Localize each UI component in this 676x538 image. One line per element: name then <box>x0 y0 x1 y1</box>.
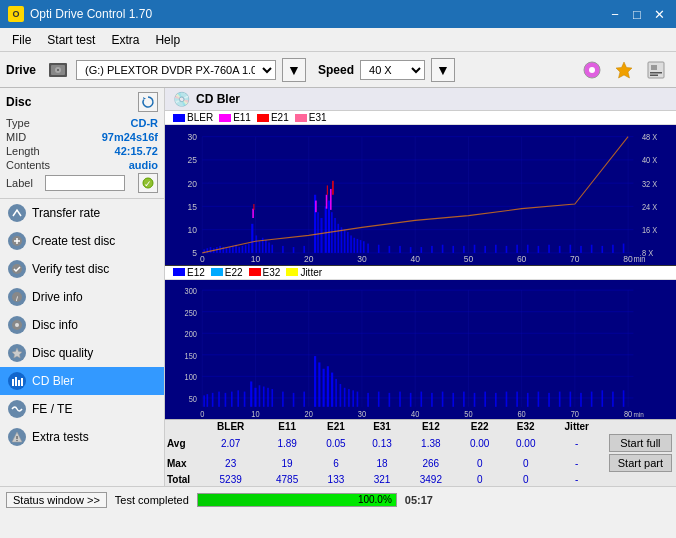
titlebar-title: Opti Drive Control 1.70 <box>30 7 152 21</box>
status-window-button[interactable]: Status window >> <box>6 492 107 508</box>
svg-rect-185 <box>271 389 273 407</box>
svg-rect-86 <box>265 240 267 253</box>
drive-refresh-button[interactable]: ▼ <box>282 58 306 82</box>
titlebar-controls: − □ ✕ <box>606 6 668 22</box>
toolbar-icon-3[interactable] <box>642 56 670 84</box>
col-e11: E11 <box>261 420 313 433</box>
total-e21: 133 <box>313 473 359 486</box>
svg-rect-199 <box>357 391 359 406</box>
speed-dropdown-button[interactable]: ▼ <box>431 58 455 82</box>
svg-text:48 X: 48 X <box>642 133 658 142</box>
svg-text:5: 5 <box>192 248 197 258</box>
menu-extra[interactable]: Extra <box>103 31 147 49</box>
label-input[interactable] <box>45 175 125 191</box>
menu-help[interactable]: Help <box>147 31 188 49</box>
e21-color <box>257 114 269 122</box>
svg-rect-172 <box>203 395 205 406</box>
disc-mid-row: MID 97m24s16f <box>6 130 158 144</box>
avg-e12: 1.38 <box>405 433 457 453</box>
svg-rect-191 <box>323 368 325 406</box>
svg-rect-121 <box>506 246 508 253</box>
svg-rect-78 <box>238 247 240 253</box>
svg-rect-91 <box>303 246 305 253</box>
nav-cd-bler[interactable]: CD Bler <box>0 367 164 395</box>
e31-label: E31 <box>309 112 327 123</box>
nav-extra-tests[interactable]: Extra tests <box>0 423 164 451</box>
svg-rect-22 <box>12 379 14 386</box>
svg-text:40 X: 40 X <box>642 156 658 165</box>
svg-text:50: 50 <box>464 254 474 264</box>
nav-drive-info-label: Drive info <box>32 290 83 304</box>
nav-fe-te[interactable]: FE / TE <box>0 395 164 423</box>
svg-point-5 <box>589 67 595 73</box>
speed-select[interactable]: 40 X <box>360 60 425 80</box>
nav-disc-quality[interactable]: Disc quality <box>0 339 164 367</box>
nav-drive-info[interactable]: i Drive info <box>0 283 164 311</box>
mid-label: MID <box>6 131 26 143</box>
nav-transfer-rate[interactable]: Transfer rate <box>0 199 164 227</box>
toolbar-icon-2[interactable] <box>610 56 638 84</box>
svg-rect-215 <box>527 392 529 406</box>
svg-marker-6 <box>616 62 632 78</box>
speed-label: Speed <box>318 63 354 77</box>
svg-rect-184 <box>267 387 269 406</box>
chart-title-bar: 💿 CD Bler <box>165 88 676 111</box>
svg-rect-174 <box>212 392 214 406</box>
svg-rect-124 <box>538 246 540 253</box>
maximize-button[interactable]: □ <box>628 6 646 22</box>
transfer-rate-icon <box>8 204 26 222</box>
svg-rect-179 <box>244 391 246 406</box>
svg-rect-116 <box>452 246 454 253</box>
e32-color <box>249 268 261 276</box>
e21-label: E21 <box>271 112 289 123</box>
drive-select[interactable]: (G:) PLEXTOR DVDR PX-760A 1.07 <box>76 60 276 80</box>
svg-rect-105 <box>357 239 359 253</box>
length-value: 42:15.72 <box>115 145 158 157</box>
total-e12: 3492 <box>405 473 457 486</box>
svg-rect-218 <box>559 391 561 406</box>
legend-e12: E12 <box>173 267 205 278</box>
svg-rect-211 <box>484 391 486 406</box>
disc-type-row: Type CD-R <box>6 116 158 130</box>
svg-rect-128 <box>580 246 582 253</box>
svg-text:50: 50 <box>189 394 198 404</box>
disc-refresh-button[interactable] <box>138 92 158 112</box>
e11-label: E11 <box>233 112 251 123</box>
svg-rect-219 <box>570 391 572 406</box>
e31-color <box>295 114 307 122</box>
col-e32: E32 <box>503 420 549 433</box>
start-full-button[interactable]: Start full <box>609 434 672 452</box>
svg-text:0: 0 <box>200 409 205 419</box>
svg-rect-79 <box>242 246 244 253</box>
nav-verify-test-disc[interactable]: Verify test disc <box>0 255 164 283</box>
svg-rect-94 <box>320 218 322 253</box>
length-label: Length <box>6 145 40 157</box>
nav-create-test-disc[interactable]: Create test disc <box>0 227 164 255</box>
legend-e32: E32 <box>249 267 281 278</box>
legend-e21: E21 <box>257 112 289 123</box>
svg-rect-202 <box>389 392 391 406</box>
svg-rect-221 <box>591 391 593 406</box>
legend-bler: BLER <box>173 112 213 123</box>
nav-verify-test-disc-label: Verify test disc <box>32 262 109 276</box>
svg-rect-113 <box>421 247 423 253</box>
start-part-button[interactable]: Start part <box>609 454 672 472</box>
bler-color <box>173 114 185 122</box>
svg-text:30: 30 <box>357 254 367 264</box>
label-edit-button[interactable]: ✓ <box>138 173 158 193</box>
svg-rect-203 <box>399 391 401 406</box>
nav-disc-info[interactable]: Disc info <box>0 311 164 339</box>
toolbar-icon-1[interactable] <box>578 56 606 84</box>
menu-starttest[interactable]: Start test <box>39 31 103 49</box>
svg-text:20: 20 <box>304 254 314 264</box>
svg-text:i: i <box>16 294 18 303</box>
svg-rect-110 <box>389 246 391 253</box>
minimize-button[interactable]: − <box>606 6 624 22</box>
svg-rect-189 <box>314 356 316 407</box>
menu-file[interactable]: File <box>4 31 39 49</box>
nav-transfer-rate-label: Transfer rate <box>32 206 100 220</box>
close-button[interactable]: ✕ <box>650 6 668 22</box>
svg-rect-103 <box>350 235 352 252</box>
svg-rect-130 <box>601 246 603 253</box>
svg-text:100: 100 <box>185 372 198 382</box>
